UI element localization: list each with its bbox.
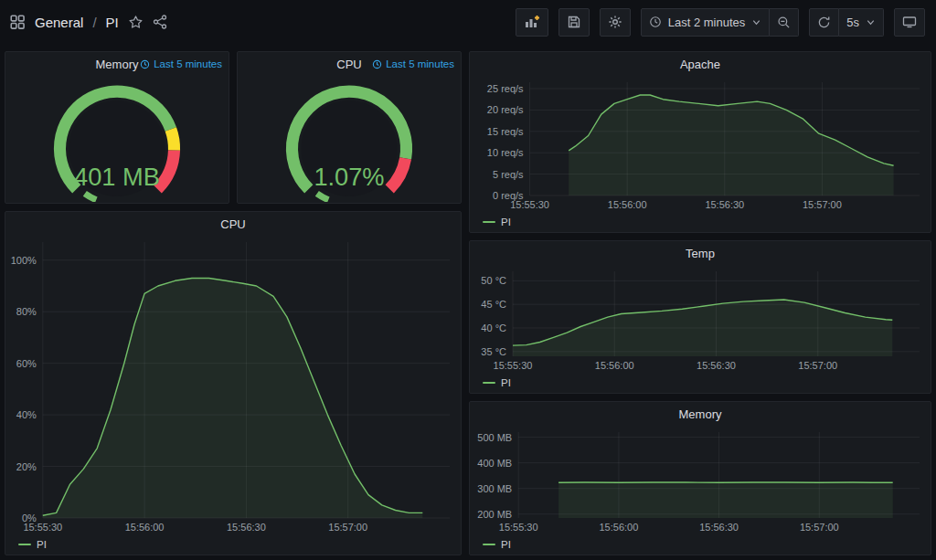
panel-title-temp[interactable]: Temp: [470, 247, 931, 260]
memory-gauge: 401 MB: [11, 79, 223, 202]
svg-text:40 °C: 40 °C: [481, 322, 506, 333]
breadcrumb-page[interactable]: PI: [106, 15, 119, 30]
monitor-icon: [902, 15, 917, 29]
svg-text:15:56:00: 15:56:00: [608, 199, 647, 210]
legend: PI: [5, 534, 461, 555]
svg-text:401 MB: 401 MB: [74, 163, 160, 191]
svg-text:80%: 80%: [16, 306, 37, 317]
legend-item-pi[interactable]: PI: [483, 377, 511, 388]
panel-time-override: Last 5 minutes: [140, 58, 222, 69]
svg-text:500 MB: 500 MB: [477, 432, 512, 443]
panel-title-apache[interactable]: Apache: [470, 58, 931, 71]
panel-title-memory-graph[interactable]: Memory: [470, 407, 931, 421]
apache-requests-chart[interactable]: 0 req/s5 req/s10 req/s15 req/s20 req/s25…: [473, 77, 927, 212]
time-range-picker[interactable]: Last 2 minutes: [641, 8, 771, 37]
panel-header: CPU: [5, 212, 461, 237]
add-panel-icon: [524, 14, 540, 30]
memory-usage-chart[interactable]: 200 MB300 MB400 MB500 MB15:55:3015:56:00…: [473, 427, 927, 534]
add-panel-button[interactable]: [516, 8, 548, 37]
svg-text:15:56:00: 15:56:00: [599, 522, 638, 533]
clock-icon: [372, 59, 382, 69]
svg-text:20%: 20%: [16, 461, 37, 472]
legend-swatch: [483, 382, 495, 384]
refresh-interval-picker[interactable]: 5s: [839, 8, 884, 37]
panel-time-override: Last 5 minutes: [372, 58, 454, 69]
legend: PI: [470, 534, 931, 555]
svg-text:35 °C: 35 °C: [481, 346, 506, 357]
dashboard-settings-button[interactable]: [600, 8, 631, 37]
svg-text:5 req/s: 5 req/s: [493, 169, 524, 180]
svg-text:15:57:00: 15:57:00: [798, 360, 837, 371]
legend-label: PI: [501, 377, 511, 388]
svg-text:200 MB: 200 MB: [477, 509, 512, 520]
svg-text:15:56:30: 15:56:30: [699, 522, 739, 533]
navbar: General / PI: [0, 0, 936, 44]
panel-title-cpu-graph[interactable]: CPU: [5, 217, 461, 231]
svg-text:15:57:00: 15:57:00: [803, 199, 842, 210]
navbar-actions: Last 2 minutes: [516, 8, 925, 37]
svg-text:10 req/s: 10 req/s: [487, 147, 524, 158]
panel-header: CPU Last 5 minutes: [238, 52, 461, 77]
gear-icon: [608, 15, 622, 29]
cycle-view-button[interactable]: [894, 8, 925, 37]
save-dashboard-button[interactable]: [558, 8, 590, 37]
legend-item-pi[interactable]: PI: [483, 539, 511, 550]
cpu-usage-chart[interactable]: 0%20%40%60%80%100%15:55:3015:56:0015:56:…: [9, 237, 457, 534]
time-override-label: Last 5 minutes: [386, 58, 454, 69]
panel-header: Memory Last 5 minutes: [5, 52, 229, 77]
panel-header: Apache: [470, 52, 931, 77]
svg-text:15:55:30: 15:55:30: [23, 522, 62, 533]
breadcrumb: General / PI: [9, 14, 167, 30]
legend-label: PI: [37, 539, 47, 550]
legend: PI: [470, 373, 931, 393]
svg-text:15:56:30: 15:56:30: [705, 199, 744, 210]
legend-swatch: [483, 221, 495, 223]
svg-text:20 req/s: 20 req/s: [487, 104, 524, 115]
breadcrumb-separator: /: [92, 15, 96, 30]
share-icon[interactable]: [153, 15, 167, 29]
panel-temp-graph: Temp 35 °C40 °C45 °C50 °C15:55:3015:56:0…: [469, 240, 931, 394]
apps-grid-icon[interactable]: [9, 14, 26, 30]
panel-cpu-gauge: CPU Last 5 minutes 1.07%: [237, 51, 462, 204]
svg-text:45 °C: 45 °C: [481, 299, 506, 310]
panel-cpu-graph: CPU 0%20%40%60%80%100%15:55:3015:56:0015…: [5, 211, 462, 555]
refresh-button[interactable]: [809, 8, 839, 37]
cpu-gauge: 1.07%: [243, 79, 455, 202]
legend-item-pi[interactable]: PI: [483, 217, 511, 227]
legend: PI: [470, 212, 931, 232]
panel-apache-graph: Apache 0 req/s5 req/s10 req/s15 req/s20 …: [469, 51, 931, 233]
breadcrumb-section[interactable]: General: [35, 15, 83, 30]
svg-text:300 MB: 300 MB: [477, 483, 512, 494]
svg-text:15:57:00: 15:57:00: [800, 522, 839, 533]
grafana-dashboard: General / PI: [0, 0, 936, 560]
star-icon[interactable]: [128, 15, 144, 30]
save-icon: [567, 15, 581, 29]
legend-item-pi[interactable]: PI: [18, 539, 47, 550]
svg-text:1.07%: 1.07%: [314, 163, 384, 191]
legend-label: PI: [501, 539, 511, 550]
panel-memory-gauge: Memory Last 5 minutes 401 MB: [5, 51, 229, 204]
svg-text:400 MB: 400 MB: [477, 458, 512, 469]
svg-text:15:55:30: 15:55:30: [499, 522, 538, 533]
temperature-chart[interactable]: 35 °C40 °C45 °C50 °C15:55:3015:56:0015:5…: [473, 266, 927, 373]
chevron-down-icon: [866, 17, 876, 27]
svg-text:15:56:30: 15:56:30: [697, 360, 736, 371]
panel-memory-graph: Memory 200 MB300 MB400 MB500 MB15:55:301…: [469, 401, 931, 555]
svg-text:100%: 100%: [11, 255, 37, 266]
svg-text:25 req/s: 25 req/s: [487, 83, 524, 94]
legend-swatch: [483, 544, 495, 545]
svg-text:15:56:00: 15:56:00: [125, 522, 165, 533]
time-range-label: Last 2 minutes: [668, 16, 746, 29]
refresh-icon: [817, 16, 831, 29]
svg-text:15:55:30: 15:55:30: [494, 360, 533, 371]
svg-text:15:55:30: 15:55:30: [510, 199, 549, 210]
legend-label: PI: [501, 217, 511, 227]
chevron-down-icon: [751, 17, 761, 27]
panel-header: Temp: [470, 241, 931, 266]
svg-text:40%: 40%: [16, 409, 37, 420]
clock-icon: [140, 59, 150, 69]
time-controls: Last 2 minutes: [641, 8, 800, 37]
zoom-out-icon: [777, 16, 791, 29]
zoom-out-button[interactable]: [770, 8, 799, 37]
svg-text:15:57:00: 15:57:00: [328, 522, 367, 533]
